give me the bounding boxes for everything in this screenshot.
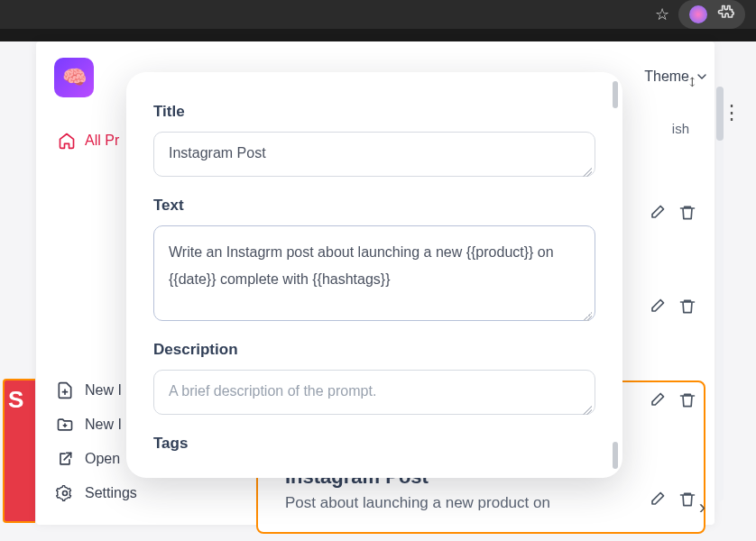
tags-label: Tags [153, 435, 595, 453]
extension-pill[interactable] [678, 0, 745, 29]
edit-icon[interactable] [648, 298, 666, 319]
browser-toolbar: ☆ [0, 0, 756, 29]
svg-point-0 [63, 491, 68, 496]
sidebar-item-label: New I [85, 417, 122, 433]
card-actions [648, 204, 696, 225]
tab-strip [0, 29, 756, 41]
sidebar-item-label: New I [85, 382, 122, 399]
title-label: Title [153, 103, 595, 121]
card-actions [648, 391, 696, 413]
edit-icon[interactable] [648, 491, 666, 512]
prompt-card-subtitle: Post about launching a new product on [285, 494, 550, 512]
kebab-menu-icon[interactable]: ⋮ [722, 101, 742, 124]
theme-label: Theme [644, 69, 689, 85]
card-actions [648, 491, 696, 512]
panel-scrollbar[interactable] [716, 87, 724, 501]
description-label: Description [153, 341, 595, 359]
description-input[interactable] [153, 370, 595, 415]
language-peek: ish [672, 121, 689, 136]
extensions-puzzle-icon[interactable] [716, 4, 734, 25]
app-logo-brain-icon: 🧠 [54, 58, 94, 97]
background-red-peek: S [3, 379, 35, 523]
text-input[interactable] [153, 225, 595, 321]
sidebar-item-label: Settings [85, 485, 137, 501]
modal-scrollbar[interactable] [613, 81, 620, 469]
bookmark-star-icon[interactable]: ☆ [655, 5, 669, 24]
trash-icon[interactable] [678, 204, 696, 225]
sidebar-item-settings[interactable]: Settings [47, 476, 242, 510]
text-label: Text [153, 197, 595, 215]
sidebar-item-label: All Pr [85, 133, 119, 149]
trash-icon[interactable] [678, 298, 696, 319]
sidebar-item-label: Open [85, 451, 120, 467]
card-actions [648, 298, 696, 319]
trash-icon[interactable] [678, 491, 696, 512]
edit-prompt-modal: Title Text Description Tags [126, 72, 622, 478]
edit-icon[interactable] [648, 204, 666, 225]
trash-icon[interactable] [678, 391, 696, 413]
extension-brain-icon [689, 5, 707, 23]
title-input[interactable] [153, 132, 595, 177]
chevron-right-icon[interactable]: › [699, 496, 705, 519]
edit-icon[interactable] [648, 391, 666, 413]
theme-toggle[interactable]: Theme [644, 69, 709, 85]
